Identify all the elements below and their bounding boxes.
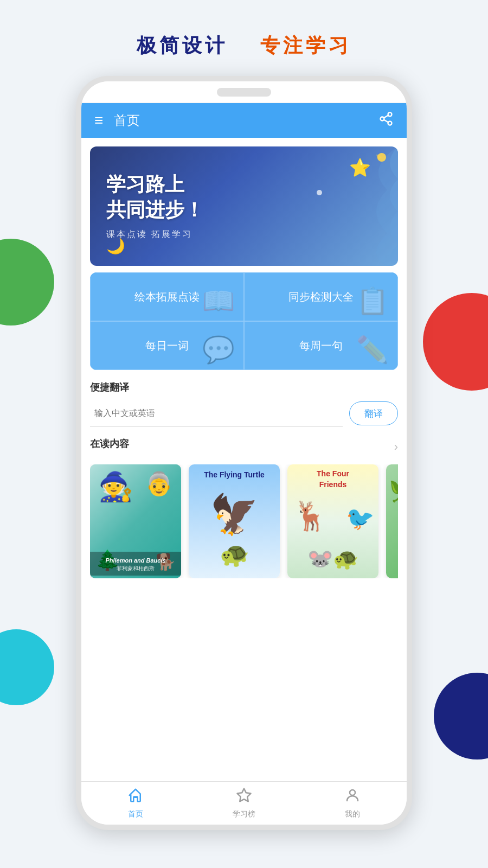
book-card-four-friends[interactable]: The Four Friends 🦌 🐦 🐭🐢	[287, 464, 378, 578]
reading-title: 在读内容	[90, 437, 129, 450]
bg-circle-navy	[434, 673, 488, 760]
bg-circle-green	[0, 239, 54, 326]
book1-cover: 🧙 👵 🌲 🐕 Philemon and Baucis 菲利蒙和柏西斯	[90, 464, 181, 578]
book3-title: The Four Friends	[317, 469, 349, 489]
word-icon: 💬	[202, 335, 235, 365]
nav-rank[interactable]: 学习榜	[217, 787, 271, 819]
app-header: ≡ 首页	[81, 103, 407, 138]
top-tagline: 极简设计 专注学习	[0, 33, 488, 59]
banner-text: 学习路上 共同进步！ 课本点读 拓展学习	[106, 172, 204, 241]
sync-test-btn[interactable]: 同步检测大全 📋	[244, 272, 398, 321]
book3-title-area: The Four Friends	[287, 469, 378, 490]
book3-bottom-animals: 🐭🐢	[307, 547, 358, 571]
weekly-sentence-btn[interactable]: 每周一句 ✏️	[244, 321, 398, 370]
star-icon: ⭐	[349, 157, 371, 178]
reading-header: 在读内容 ›	[90, 437, 398, 457]
phone-top-bar	[81, 81, 407, 103]
translate-section: 便捷翻译 翻译	[90, 381, 398, 426]
bg-circle-teal	[0, 629, 54, 705]
book3-cover: The Four Friends 🦌 🐦 🐭🐢	[287, 464, 378, 578]
menu-icon[interactable]: ≡	[94, 112, 103, 129]
home-nav-icon	[127, 787, 144, 807]
book2-cover: The Flying Turtle 🦅 🐢	[189, 464, 280, 578]
book1-title-en: Philemon and Baucis	[105, 557, 165, 564]
mine-nav-label: 我的	[345, 809, 360, 819]
more-icon[interactable]: ›	[394, 440, 398, 454]
nav-home[interactable]: 首页	[108, 787, 163, 819]
translate-button[interactable]: 翻译	[349, 401, 398, 425]
feature-grid: 绘本拓展点读 📖 同步检测大全 📋 每日一词 💬 每周一句 ✏️	[90, 272, 398, 370]
bg-circle-red	[423, 293, 488, 391]
book1-figures: 🧙	[98, 473, 133, 501]
book1-label-area: Philemon and Baucis 菲利蒙和柏西斯	[90, 552, 181, 576]
reading-section: 在读内容 › 🧙 👵 🌲 🐕 Philemon and Baucis 菲利蒙和柏…	[90, 437, 398, 578]
test-icon: 📋	[356, 286, 389, 316]
nav-mine[interactable]: 我的	[325, 787, 380, 819]
phone-shell: ≡ 首页 学习路上 共同进步！ 课本点读 拓展学习 🌙 ⭐	[76, 76, 412, 830]
sentence-icon: ✏️	[356, 335, 389, 365]
share-icon[interactable]	[378, 111, 394, 130]
banner-subtext: 课本点读 拓展学习	[106, 229, 204, 240]
translate-row: 翻译	[90, 400, 398, 426]
books-row: 🧙 👵 🌲 🐕 Philemon and Baucis 菲利蒙和柏西斯 The …	[90, 464, 398, 578]
picturebook-btn[interactable]: 绘本拓展点读 📖	[90, 272, 244, 321]
svg-line-3	[384, 120, 388, 123]
bottom-nav: 首页 学习榜 我的	[81, 781, 407, 825]
translate-title: 便捷翻译	[90, 381, 398, 394]
book1-figure2: 👵	[145, 473, 173, 495]
home-nav-label: 首页	[128, 809, 143, 819]
book-card-philemon[interactable]: 🧙 👵 🌲 🐕 Philemon and Baucis 菲利蒙和柏西斯	[90, 464, 181, 578]
book1-title-zh: 菲利蒙和柏西斯	[92, 565, 179, 572]
banner-wave-svg	[290, 146, 398, 266]
book3-crow-icon: 🐦	[346, 505, 374, 532]
book-card-partial[interactable]: 🌿	[386, 464, 398, 578]
phone-notch	[217, 88, 271, 97]
book3-deer-icon: 🦌	[293, 500, 328, 533]
svg-point-7	[350, 790, 355, 795]
book-icon: 📖	[202, 286, 235, 316]
tagline-left: 极简设计	[137, 33, 228, 59]
book2-eagle-icon: 🦅	[210, 492, 259, 538]
translate-input[interactable]	[90, 400, 343, 426]
book2-title: The Flying Turtle	[204, 470, 265, 479]
svg-line-4	[384, 116, 388, 118]
book2-turtle-icon: 🐢	[220, 540, 249, 569]
tagline-right: 专注学习	[260, 33, 351, 59]
daily-word-btn[interactable]: 每日一词 💬	[90, 321, 244, 370]
rank-nav-icon	[236, 787, 252, 807]
book4-cover: 🌿	[386, 464, 398, 578]
banner-line1: 学习路上 共同进步！	[106, 172, 204, 223]
mine-nav-icon	[344, 787, 361, 807]
book4-icon: 🌿	[389, 475, 398, 503]
banner[interactable]: 学习路上 共同进步！ 课本点读 拓展学习 🌙 ⭐	[90, 146, 398, 266]
page-title: 首页	[114, 112, 378, 129]
book2-title-area: The Flying Turtle	[189, 470, 280, 480]
book-card-flying-turtle[interactable]: The Flying Turtle 🦅 🐢	[189, 464, 280, 578]
rank-nav-label: 学习榜	[233, 809, 255, 819]
